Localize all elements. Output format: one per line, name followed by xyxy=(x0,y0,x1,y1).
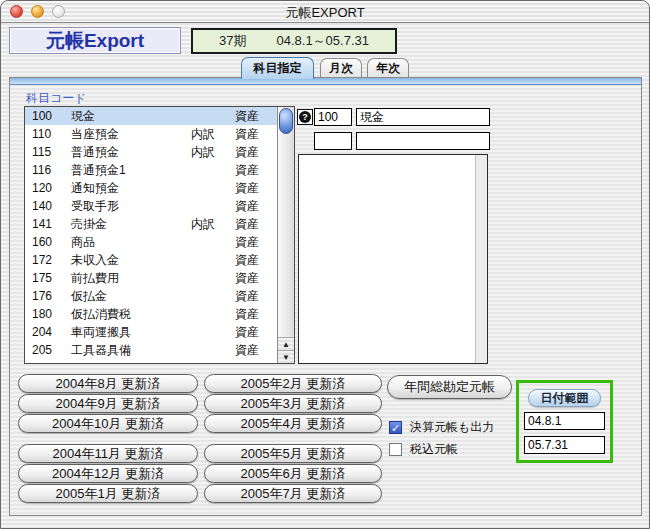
month-button[interactable]: 2004年10月 更新済 xyxy=(18,414,198,433)
help-button[interactable]: ? xyxy=(297,109,313,125)
month-button[interactable]: 2005年3月 更新済 xyxy=(204,394,382,413)
row-category: 資産 xyxy=(235,107,277,125)
month-button[interactable]: 2004年11月 更新済 xyxy=(18,444,198,463)
row-detail xyxy=(191,287,235,305)
row-category: 資産 xyxy=(235,251,277,269)
list-item[interactable]: 140 受取手形 資産 xyxy=(25,197,277,215)
scroll-down-icon[interactable]: ▼ xyxy=(278,350,294,363)
list-item[interactable]: 110 当座預金 内訳 資産 xyxy=(25,125,277,143)
date-from-input[interactable] xyxy=(524,412,605,430)
month-button[interactable]: 2005年7月 更新済 xyxy=(204,484,382,503)
row-detail xyxy=(191,269,235,287)
month-button[interactable]: 2005年2月 更新済 xyxy=(204,374,382,393)
tab-edge-band xyxy=(10,78,641,85)
row-name: 商品 xyxy=(71,233,191,251)
list-item[interactable]: 100 現金 資産 xyxy=(25,107,277,125)
window: 元帳EXPORT 元帳Export 37期 04.8.1～05.7.31 科目指… xyxy=(0,0,650,529)
list-item[interactable]: 180 仮払消費税 資産 xyxy=(25,305,277,323)
row-code: 141 xyxy=(25,215,71,233)
row-code: 172 xyxy=(25,251,71,269)
row-code: 175 xyxy=(25,269,71,287)
row-code: 176 xyxy=(25,287,71,305)
checkbox-row[interactable]: ✓ 決算元帳も出力 xyxy=(389,416,494,438)
list-item[interactable]: 160 商品 資産 xyxy=(25,233,277,251)
account-code2-input[interactable] xyxy=(314,132,352,150)
page-title: 元帳Export xyxy=(9,27,181,54)
account-code-input[interactable] xyxy=(314,108,352,126)
month-column-1: 2004年8月 更新済2004年9月 更新済2004年10月 更新済2004年1… xyxy=(18,374,198,504)
row-code: 115 xyxy=(25,143,71,161)
row-category: 資産 xyxy=(235,215,277,233)
row-category: 資産 xyxy=(235,341,277,359)
list-item[interactable]: 116 普通預金1 資産 xyxy=(25,161,277,179)
scroll-thumb[interactable] xyxy=(279,108,293,134)
row-category: 資産 xyxy=(235,179,277,197)
row-detail: 内訳 xyxy=(191,143,235,161)
fiscal-term: 37期 xyxy=(219,32,246,50)
row-category: 資産 xyxy=(235,125,277,143)
list-item[interactable]: 175 前払費用 資産 xyxy=(25,269,277,287)
row-category: 資産 xyxy=(235,287,277,305)
row-category: 資産 xyxy=(235,323,277,341)
selected-accounts-box xyxy=(298,154,488,364)
row-name: 受取手形 xyxy=(71,197,191,215)
annual-ledger-button[interactable]: 年間総勘定元帳 xyxy=(387,375,512,399)
account-list-rows: 100 現金 資産 110 当座預金 内訳 資産 115 普通預金 内訳 資産 … xyxy=(25,107,277,363)
account-name-input[interactable] xyxy=(356,108,490,126)
checkbox[interactable]: ✓ xyxy=(389,421,402,434)
row-category: 資産 xyxy=(235,143,277,161)
date-range-button[interactable]: 日付範囲 xyxy=(528,389,601,407)
account-name2-input[interactable] xyxy=(356,132,490,150)
month-button[interactable]: 2005年4月 更新済 xyxy=(204,414,382,433)
tab-yearly[interactable]: 年次 xyxy=(367,58,409,78)
month-button[interactable]: 2004年8月 更新済 xyxy=(18,374,198,393)
row-detail: 内訳 xyxy=(191,125,235,143)
row-code: 140 xyxy=(25,197,71,215)
row-name: 仮払金 xyxy=(71,287,191,305)
list-item[interactable]: 172 未収入金 資産 xyxy=(25,251,277,269)
row-detail: 内訳 xyxy=(191,215,235,233)
row-detail xyxy=(191,251,235,269)
scroll-up-icon[interactable]: ▲ xyxy=(278,337,294,350)
month-column-2: 2005年2月 更新済2005年3月 更新済2005年4月 更新済2005年5月… xyxy=(204,374,382,504)
row-category: 資産 xyxy=(235,161,277,179)
row-category: 資産 xyxy=(235,197,277,215)
tab-monthly[interactable]: 月次 xyxy=(320,58,362,78)
list-item[interactable]: 176 仮払金 資産 xyxy=(25,287,277,305)
row-category: 資産 xyxy=(235,305,277,323)
title-bar[interactable]: 元帳EXPORT xyxy=(1,1,649,23)
row-detail xyxy=(191,233,235,251)
row-name: 前払費用 xyxy=(71,269,191,287)
tab-account-select[interactable]: 科目指定 xyxy=(241,57,314,79)
list-item[interactable]: 205 工具器具備 資産 xyxy=(25,341,277,359)
checkbox[interactable] xyxy=(389,443,402,456)
month-button[interactable]: 2005年1月 更新済 xyxy=(18,484,198,503)
row-name: 普通預金1 xyxy=(71,161,191,179)
month-button[interactable]: 2004年9月 更新済 xyxy=(18,394,198,413)
content-panel: 科目コード 100 現金 資産 110 当座預金 内訳 資産 115 普通預金 … xyxy=(9,77,642,516)
month-button[interactable]: 2005年6月 更新済 xyxy=(204,464,382,483)
row-code: 120 xyxy=(25,179,71,197)
fiscal-period-display: 37期 04.8.1～05.7.31 xyxy=(191,28,397,54)
window-title: 元帳EXPORT xyxy=(1,4,649,22)
date-to-input[interactable] xyxy=(524,436,605,454)
selected-accounts-scrollbar[interactable] xyxy=(475,155,487,363)
row-detail xyxy=(191,323,235,341)
row-code: 180 xyxy=(25,305,71,323)
list-item[interactable]: 115 普通預金 内訳 資産 xyxy=(25,143,277,161)
month-button[interactable]: 2004年12月 更新済 xyxy=(18,464,198,483)
row-name: 車両運搬具 xyxy=(71,323,191,341)
row-detail xyxy=(191,305,235,323)
list-item[interactable]: 141 売掛金 内訳 資産 xyxy=(25,215,277,233)
row-code: 205 xyxy=(25,341,71,359)
row-code: 110 xyxy=(25,125,71,143)
checkbox-row[interactable]: 税込元帳 xyxy=(389,438,494,460)
list-item[interactable]: 204 車両運搬具 資産 xyxy=(25,323,277,341)
fiscal-range: 04.8.1～05.7.31 xyxy=(276,32,369,50)
list-item[interactable]: 120 通知預金 資産 xyxy=(25,179,277,197)
date-range-group: 日付範囲 xyxy=(516,380,613,463)
account-list-scrollbar[interactable]: ▲ ▼ xyxy=(277,107,294,363)
row-code: 100 xyxy=(25,107,71,125)
month-button[interactable]: 2005年5月 更新済 xyxy=(204,444,382,463)
row-name: 未収入金 xyxy=(71,251,191,269)
